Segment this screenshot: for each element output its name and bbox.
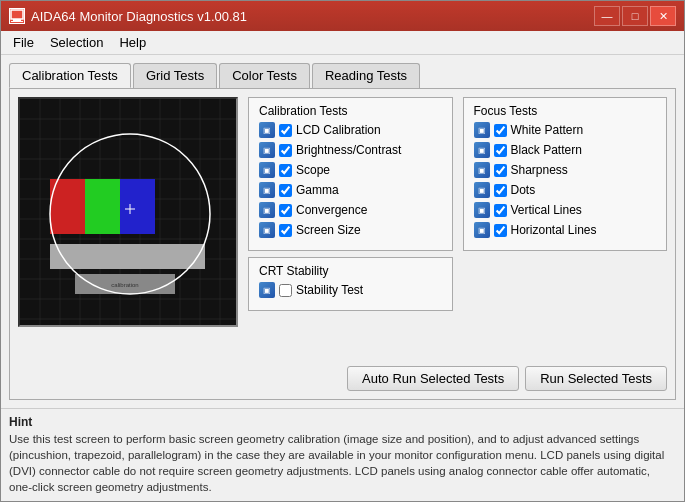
list-item: ▣ Black Pattern xyxy=(474,142,657,158)
gamma-icon: ▣ xyxy=(259,182,275,198)
title-bar: AIDA64 Monitor Diagnostics v1.00.81 — □ … xyxy=(1,1,684,31)
hint-area: Hint Use this test screen to perform bas… xyxy=(1,408,684,501)
menu-bar: File Selection Help xyxy=(1,31,684,55)
hint-text: Use this test screen to perform basic sc… xyxy=(9,431,676,495)
scope-checkbox[interactable] xyxy=(279,164,292,177)
tab-content: calibration Calibration Tests xyxy=(9,88,676,400)
svg-text:calibration: calibration xyxy=(111,282,138,288)
menu-selection[interactable]: Selection xyxy=(42,33,111,52)
tab-reading-tests[interactable]: Reading Tests xyxy=(312,63,420,88)
white-pattern-checkbox[interactable] xyxy=(494,124,507,137)
white-pattern-icon: ▣ xyxy=(474,122,490,138)
lcd-cal-icon: ▣ xyxy=(259,122,275,138)
convergence-checkbox[interactable] xyxy=(279,204,292,217)
minimize-button[interactable]: — xyxy=(594,6,620,26)
vertical-lines-icon: ▣ xyxy=(474,202,490,218)
maximize-button[interactable]: □ xyxy=(622,6,648,26)
screen-size-icon: ▣ xyxy=(259,222,275,238)
svg-rect-27 xyxy=(120,179,155,234)
sharpness-icon: ▣ xyxy=(474,162,490,178)
crt-section: CRT Stability ▣ Stability Test xyxy=(248,257,453,311)
list-item: ▣ Scope xyxy=(259,162,442,178)
run-selected-button[interactable]: Run Selected Tests xyxy=(525,366,667,391)
list-item: ▣ Horizontal Lines xyxy=(474,222,657,238)
lcd-calibration-checkbox[interactable] xyxy=(279,124,292,137)
scope-icon: ▣ xyxy=(259,162,275,178)
list-item: ▣ Stability Test xyxy=(259,282,442,298)
list-item: ▣ Vertical Lines xyxy=(474,202,657,218)
svg-rect-28 xyxy=(50,244,205,269)
list-item: ▣ Sharpness xyxy=(474,162,657,178)
convergence-icon: ▣ xyxy=(259,202,275,218)
focus-section-title: Focus Tests xyxy=(474,104,657,118)
window-title: AIDA64 Monitor Diagnostics v1.00.81 xyxy=(31,9,247,24)
focus-tests-group: Focus Tests ▣ White Pattern ▣ Black Patt… xyxy=(463,97,668,354)
horizontal-lines-icon: ▣ xyxy=(474,222,490,238)
list-item: ▣ Gamma xyxy=(259,182,442,198)
calibration-tests-group: Calibration Tests ▣ LCD Calibration ▣ Br… xyxy=(248,97,453,354)
stability-icon: ▣ xyxy=(259,282,275,298)
auto-run-button[interactable]: Auto Run Selected Tests xyxy=(347,366,519,391)
list-item: ▣ Brightness/Contrast xyxy=(259,142,442,158)
app-icon xyxy=(9,8,25,24)
calibration-section: Calibration Tests ▣ LCD Calibration ▣ Br… xyxy=(248,97,453,251)
focus-section: Focus Tests ▣ White Pattern ▣ Black Patt… xyxy=(463,97,668,251)
svg-rect-0 xyxy=(11,10,23,19)
brightness-icon: ▣ xyxy=(259,142,275,158)
menu-help[interactable]: Help xyxy=(111,33,154,52)
vertical-lines-checkbox[interactable] xyxy=(494,204,507,217)
svg-rect-2 xyxy=(11,21,23,22)
brightness-contrast-checkbox[interactable] xyxy=(279,144,292,157)
black-pattern-checkbox[interactable] xyxy=(494,144,507,157)
window-controls: — □ ✕ xyxy=(594,6,676,26)
calibration-section-title: Calibration Tests xyxy=(259,104,442,118)
screen-size-checkbox[interactable] xyxy=(279,224,292,237)
tests-area: Calibration Tests ▣ LCD Calibration ▣ Br… xyxy=(248,97,667,354)
menu-file[interactable]: File xyxy=(5,33,42,52)
gamma-checkbox[interactable] xyxy=(279,184,292,197)
dots-checkbox[interactable] xyxy=(494,184,507,197)
svg-rect-1 xyxy=(13,19,21,21)
tab-calibration-tests[interactable]: Calibration Tests xyxy=(9,63,131,88)
content-area: Calibration Tests Grid Tests Color Tests… xyxy=(1,55,684,408)
title-bar-left: AIDA64 Monitor Diagnostics v1.00.81 xyxy=(9,8,247,24)
svg-rect-26 xyxy=(85,179,120,234)
sharpness-checkbox[interactable] xyxy=(494,164,507,177)
hint-title: Hint xyxy=(9,415,676,429)
list-item: ▣ White Pattern xyxy=(474,122,657,138)
crt-section-title: CRT Stability xyxy=(259,264,442,278)
tab-grid-tests[interactable]: Grid Tests xyxy=(133,63,217,88)
black-pattern-icon: ▣ xyxy=(474,142,490,158)
tab-main-area: calibration Calibration Tests xyxy=(18,97,667,354)
list-item: ▣ Screen Size xyxy=(259,222,442,238)
dots-icon: ▣ xyxy=(474,182,490,198)
horizontal-lines-checkbox[interactable] xyxy=(494,224,507,237)
tab-bar: Calibration Tests Grid Tests Color Tests… xyxy=(9,63,676,88)
tab-color-tests[interactable]: Color Tests xyxy=(219,63,310,88)
list-item: ▣ Dots xyxy=(474,182,657,198)
list-item: ▣ Convergence xyxy=(259,202,442,218)
main-window: AIDA64 Monitor Diagnostics v1.00.81 — □ … xyxy=(0,0,685,502)
close-button[interactable]: ✕ xyxy=(650,6,676,26)
preview-area: calibration xyxy=(18,97,238,327)
bottom-buttons: Auto Run Selected Tests Run Selected Tes… xyxy=(18,358,667,391)
stability-test-checkbox[interactable] xyxy=(279,284,292,297)
list-item: ▣ LCD Calibration xyxy=(259,122,442,138)
